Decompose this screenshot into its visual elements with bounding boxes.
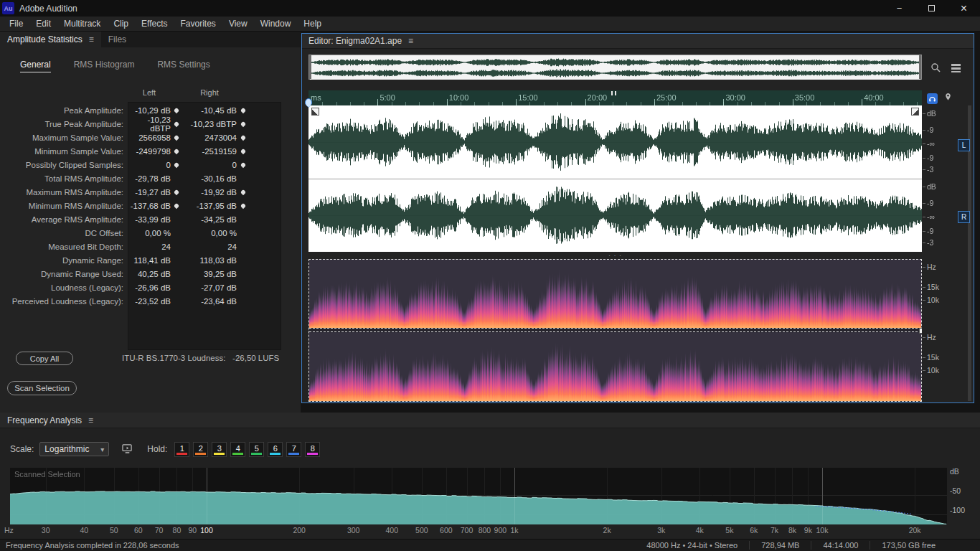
hold-button-1[interactable]: 1	[174, 442, 189, 457]
subtab-general[interactable]: General	[20, 60, 51, 70]
locate-marker-icon[interactable]	[174, 107, 179, 113]
spectrogram-canvas-right[interactable]	[309, 333, 921, 401]
frequency-plot-canvas[interactable]	[10, 468, 947, 524]
freq-tick-label: 10k	[816, 526, 829, 534]
copy-graph-icon[interactable]	[122, 444, 133, 454]
hold-button-8[interactable]: 8	[305, 442, 320, 457]
stat-value-left: -26,96 dB	[128, 283, 171, 292]
menu-edit[interactable]: Edit	[29, 17, 57, 31]
menu-file[interactable]: File	[3, 17, 29, 31]
db-scale-label: -3	[927, 165, 933, 174]
selection-handle-right-icon[interactable]	[911, 108, 919, 116]
menu-multitrack[interactable]: Multitrack	[57, 17, 107, 31]
locate-marker-icon[interactable]	[174, 202, 179, 208]
locate-marker-icon[interactable]	[240, 202, 246, 208]
hz-scale-label: 10k	[927, 366, 939, 375]
spectrogram-canvas-left[interactable]	[309, 260, 921, 328]
stat-value-right: 39,25 dB	[182, 270, 237, 278]
close-button[interactable]: ×	[948, 0, 980, 17]
status-message: Frequency Analysis completed in 228,06 s…	[6, 541, 179, 550]
hold-button-4[interactable]: 4	[230, 442, 245, 457]
stat-marker-left-cell	[171, 108, 182, 113]
locate-marker-icon[interactable]	[240, 107, 246, 113]
db-scale-label: -3	[927, 238, 933, 247]
spectral-display[interactable]	[308, 259, 922, 402]
timeline-ruler[interactable]: ms 5:0010:0015:0020:0025:0030:0035:0040:…	[308, 90, 922, 105]
hold-button-3[interactable]: 3	[212, 442, 227, 457]
subtab-rms-settings[interactable]: RMS Settings	[157, 60, 209, 70]
cue-marker-icon[interactable]	[611, 91, 616, 95]
overview-right-handle[interactable]	[919, 55, 921, 79]
locate-marker-icon[interactable]	[174, 189, 179, 194]
drop-pin-icon[interactable]	[943, 93, 953, 106]
db-axis-label: dB	[950, 467, 959, 476]
frequency-panel-menu-icon[interactable]: ≡	[88, 415, 93, 425]
selection-handle-left-icon[interactable]	[311, 108, 319, 116]
overview-waveform-canvas[interactable]	[310, 56, 920, 80]
frequency-plot[interactable]: Scanned Selection	[10, 468, 947, 524]
menu-window[interactable]: Window	[254, 17, 298, 31]
hold-button-2[interactable]: 2	[193, 442, 208, 457]
ruler-unit-label: ms	[311, 93, 321, 102]
hold-button-6[interactable]: 6	[268, 442, 283, 457]
hold-color-bar	[195, 453, 206, 455]
scale-dropdown[interactable]: Logarithmic ▾	[39, 442, 109, 456]
splitter-grip-icon: · · ·	[608, 252, 622, 259]
right-channel-button[interactable]: R	[958, 211, 970, 223]
editor-panel: Editor: Enigma02A1.ape ≡ ms 5:0010:0015:…	[301, 33, 974, 403]
stat-label: DC Offset:	[0, 229, 128, 237]
menu-clip[interactable]: Clip	[107, 17, 135, 31]
locate-marker-icon[interactable]	[174, 134, 179, 140]
panel-menu-icon[interactable]: ≡	[89, 34, 94, 44]
menu-view[interactable]: View	[222, 17, 254, 31]
left-channel-button[interactable]: L	[958, 139, 970, 151]
db-axis-label: -100	[950, 506, 965, 514]
zoom-navigate-icon[interactable]	[930, 62, 941, 73]
locate-marker-icon[interactable]	[240, 148, 246, 154]
monitor-headphones-icon[interactable]	[927, 93, 938, 104]
hold-button-7[interactable]: 7	[286, 442, 301, 457]
stat-value-right: -30,16 dB	[182, 174, 237, 183]
stat-marker-left-cell	[171, 122, 182, 126]
waveform-canvas[interactable]	[308, 105, 922, 252]
hold-color-bar	[270, 453, 281, 455]
panel-grid-icon[interactable]	[951, 62, 961, 73]
overview-strip[interactable]	[308, 55, 922, 80]
locate-marker-icon[interactable]	[240, 189, 246, 194]
db-scale-label: dB	[927, 182, 936, 191]
menu-effects[interactable]: Effects	[135, 17, 174, 31]
menu-help[interactable]: Help	[297, 17, 328, 31]
locate-marker-icon[interactable]	[174, 121, 179, 126]
hold-color-bar	[176, 453, 187, 455]
waveform-display[interactable]	[308, 105, 922, 252]
locate-marker-icon[interactable]	[174, 161, 179, 167]
locate-marker-icon[interactable]	[240, 121, 246, 126]
maximize-button[interactable]	[915, 0, 948, 17]
minimize-button[interactable]: −	[883, 0, 915, 17]
amplitude-ruler[interactable]: dB-9-∞-9-3dB-9-∞-9-3	[922, 105, 974, 252]
frequency-ruler[interactable]: Hz15k10kHz15k10k	[922, 259, 974, 402]
ruler-tick-label: 35:00	[795, 93, 815, 102]
locate-marker-icon[interactable]	[240, 134, 246, 140]
locate-marker-icon[interactable]	[240, 161, 246, 167]
stat-label: Average RMS Amplitude:	[0, 215, 128, 224]
copy-all-button[interactable]: Copy All	[16, 352, 73, 365]
hold-color-bar	[288, 453, 299, 455]
freq-tick-label: 8k	[788, 526, 796, 534]
tab-amplitude-statistics[interactable]: Amplitude Statistics ≡	[0, 32, 101, 47]
editor-menu-icon[interactable]: ≡	[408, 36, 413, 46]
hold-button-5[interactable]: 5	[249, 442, 264, 457]
tab-files[interactable]: Files	[101, 32, 133, 47]
locate-marker-icon[interactable]	[174, 148, 179, 154]
stat-value-right: -10,23 dBTP	[182, 120, 237, 128]
chevron-down-icon: ▾	[100, 446, 104, 453]
hold-color-bar	[251, 453, 262, 455]
waveform-spectral-splitter[interactable]: · · ·	[308, 252, 922, 259]
overview-left-handle[interactable]	[309, 55, 311, 79]
stat-value-left: 2566958	[128, 133, 171, 142]
stat-label: True Peak Amplitude:	[0, 120, 128, 128]
menu-favorites[interactable]: Favorites	[174, 17, 222, 31]
subtab-rms-histogram[interactable]: RMS Histogram	[74, 60, 135, 70]
scan-selection-button[interactable]: Scan Selection	[7, 381, 77, 395]
hold-color-bar	[232, 453, 243, 455]
